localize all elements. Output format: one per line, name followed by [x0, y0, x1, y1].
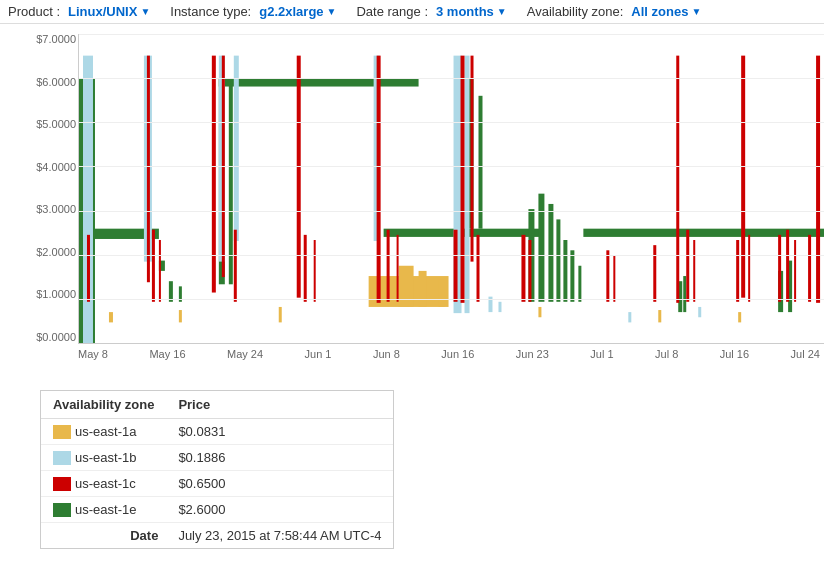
svg-rect-48 — [738, 312, 741, 322]
svg-rect-21 — [683, 276, 686, 312]
svg-rect-41 — [419, 271, 427, 307]
svg-rect-69 — [613, 255, 615, 301]
svg-rect-57 — [304, 235, 307, 302]
legend-price-cell: $0.6500 — [166, 471, 393, 497]
y-axis: $0.0000 $1.0000 $2.0000 $3.0000 $4.0000 … — [21, 34, 76, 343]
instance-select[interactable]: g2.2xlarge ▼ — [259, 4, 336, 19]
zone-select[interactable]: All zones ▼ — [631, 4, 701, 19]
legend-price-cell: $2.6000 — [166, 497, 393, 523]
date-arrow-icon: ▼ — [497, 6, 507, 17]
svg-rect-11 — [479, 96, 483, 229]
legend-price-cell: $0.0831 — [166, 419, 393, 445]
product-arrow-icon: ▼ — [140, 6, 150, 17]
legend-table: Availability zone Price us-east-1a$0.083… — [41, 391, 393, 548]
svg-rect-68 — [606, 250, 609, 301]
col-price-header: Price — [166, 391, 393, 419]
svg-rect-64 — [471, 56, 474, 262]
svg-rect-8 — [219, 78, 419, 86]
legend-zone-cell: us-east-1c — [41, 471, 166, 497]
svg-rect-7 — [229, 78, 233, 284]
svg-rect-49 — [87, 235, 90, 302]
svg-rect-42 — [439, 279, 445, 307]
zone-name: us-east-1b — [75, 450, 136, 465]
col-zone-header: Availability zone — [41, 391, 166, 419]
svg-rect-61 — [397, 235, 399, 302]
svg-rect-17 — [570, 250, 574, 301]
product-label: Product : — [8, 4, 60, 19]
svg-rect-15 — [556, 219, 560, 301]
zone-name: us-east-1e — [75, 502, 136, 517]
svg-rect-44 — [179, 310, 182, 322]
legend-date-row: DateJuly 23, 2015 at 7:58:44 AM UTC-4 — [41, 523, 393, 549]
svg-rect-80 — [808, 235, 811, 302]
svg-rect-56 — [297, 56, 301, 298]
legend-row: us-east-1c$0.6500 — [41, 471, 393, 497]
svg-rect-14 — [548, 204, 553, 302]
color-swatch — [53, 425, 71, 439]
svg-rect-18 — [578, 266, 581, 302]
svg-rect-62 — [454, 230, 458, 302]
svg-rect-52 — [159, 240, 161, 302]
svg-rect-70 — [653, 245, 656, 302]
date-label: Date — [41, 523, 166, 549]
svg-rect-55 — [234, 230, 237, 302]
color-swatch — [53, 503, 71, 517]
zone-label: Availability zone: — [527, 4, 624, 19]
zone-name: us-east-1a — [75, 424, 136, 439]
svg-rect-72 — [686, 230, 689, 302]
svg-rect-59 — [377, 56, 381, 303]
svg-rect-46 — [538, 307, 541, 317]
svg-rect-73 — [693, 240, 695, 302]
legend-section: Availability zone Price us-east-1a$0.083… — [0, 360, 824, 579]
svg-rect-74 — [736, 240, 739, 302]
chart-container: $0.0000 $1.0000 $2.0000 $3.0000 $4.0000 … — [0, 24, 824, 360]
legend-row: us-east-1e$2.6000 — [41, 497, 393, 523]
chart-area: $0.0000 $1.0000 $2.0000 $3.0000 $4.0000 … — [78, 34, 824, 344]
legend-row: us-east-1b$0.1886 — [41, 445, 393, 471]
svg-rect-50 — [147, 56, 150, 283]
date-label: Date range : — [356, 4, 428, 19]
svg-rect-71 — [676, 56, 679, 303]
color-swatch — [53, 477, 71, 491]
svg-rect-77 — [778, 235, 781, 302]
date-value: July 23, 2015 at 7:58:44 AM UTC-4 — [166, 523, 393, 549]
svg-rect-43 — [109, 312, 113, 322]
legend-row: us-east-1a$0.0831 — [41, 419, 393, 445]
svg-rect-31 — [234, 56, 239, 241]
instance-arrow-icon: ▼ — [327, 6, 337, 17]
x-axis: May 8 May 16 May 24 Jun 1 Jun 8 Jun 16 J… — [10, 344, 820, 360]
svg-rect-75 — [741, 56, 745, 298]
toolbar: Product : Linux/UNIX ▼ Instance type: g2… — [0, 0, 824, 24]
svg-rect-16 — [563, 240, 567, 302]
zone-name: us-east-1c — [75, 476, 136, 491]
svg-rect-66 — [521, 235, 525, 302]
svg-rect-38 — [698, 307, 701, 317]
legend-zone-cell: us-east-1a — [41, 419, 166, 445]
legend-zone-cell: us-east-1b — [41, 445, 166, 471]
svg-rect-45 — [279, 307, 282, 322]
legend-container: Availability zone Price us-east-1a$0.083… — [40, 390, 394, 549]
svg-rect-53 — [212, 56, 216, 293]
svg-rect-63 — [461, 56, 465, 303]
product-select[interactable]: Linux/UNIX ▼ — [68, 4, 150, 19]
chart-svg — [79, 34, 824, 343]
svg-rect-60 — [387, 230, 390, 302]
date-select[interactable]: 3 months ▼ — [436, 4, 507, 19]
svg-rect-78 — [786, 230, 789, 302]
svg-rect-81 — [816, 56, 820, 303]
legend-header: Availability zone Price — [41, 391, 393, 419]
legend-zone-cell: us-east-1e — [41, 497, 166, 523]
svg-rect-76 — [748, 235, 750, 302]
zone-arrow-icon: ▼ — [691, 6, 701, 17]
svg-rect-36 — [498, 302, 501, 312]
color-swatch — [53, 451, 71, 465]
legend-price-cell: $0.1886 — [166, 445, 393, 471]
svg-rect-79 — [794, 240, 796, 302]
svg-rect-47 — [658, 310, 661, 322]
svg-rect-65 — [477, 235, 480, 302]
svg-rect-34 — [465, 56, 470, 314]
svg-rect-37 — [628, 312, 631, 322]
instance-label: Instance type: — [170, 4, 251, 19]
svg-rect-40 — [399, 266, 414, 307]
svg-rect-58 — [314, 240, 316, 302]
